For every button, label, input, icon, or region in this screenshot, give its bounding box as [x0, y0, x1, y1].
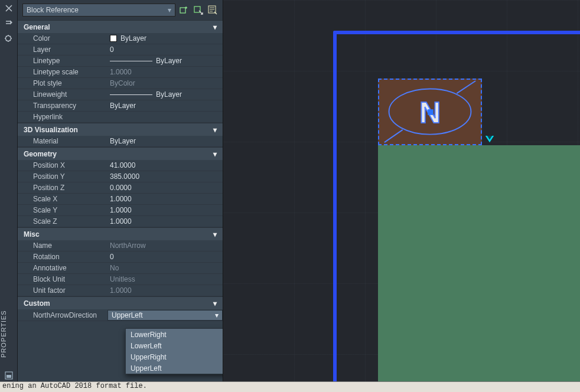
palette-title: PROPERTIES: [0, 299, 18, 370]
property-row-plotstyle: Plot style ByColor: [18, 78, 223, 89]
northarrow-block-instance[interactable]: N: [378, 79, 482, 145]
command-line[interactable]: ening an AutoCAD 2018 format file.: [0, 381, 580, 392]
chevron-down-icon: ▾: [213, 299, 217, 308]
property-row-block-unit: Block Unit Unitless: [18, 274, 223, 285]
dropdown-option-lowerleft[interactable]: LowerLeft: [126, 340, 223, 351]
chevron-down-icon: ▾: [168, 6, 171, 14]
autohide-pin-icon[interactable]: [4, 19, 14, 28]
section-header-custom[interactable]: Custom ▾: [18, 296, 223, 309]
property-row-layer[interactable]: Layer 0: [18, 44, 223, 55]
quick-select-icon[interactable]: [207, 5, 218, 15]
object-type-selector[interactable]: Block Reference ▾: [22, 4, 175, 17]
svg-rect-7: [6, 375, 11, 378]
palette-menu-icon[interactable]: [4, 34, 14, 44]
svg-line-2: [385, 130, 403, 142]
dropdown-option-lowerright[interactable]: LowerRight: [126, 329, 223, 340]
property-row-lineweight[interactable]: Lineweight ByLayer: [18, 89, 223, 100]
palette-titlebar[interactable]: PROPERTIES: [0, 0, 18, 381]
property-row-annotative: Annotative No: [18, 263, 223, 274]
chevron-down-icon: ▾: [213, 126, 217, 134]
property-row-northarrowdirection[interactable]: NorthArrowDirection UpperLeft ▾: [18, 309, 223, 321]
section-header-general[interactable]: General ▾: [18, 20, 223, 33]
chevron-down-icon: ▾: [213, 230, 217, 239]
palette-dock-icon[interactable]: [4, 371, 14, 380]
svg-rect-9: [194, 6, 200, 12]
svg-rect-4: [428, 109, 434, 115]
layout-paper-background: [378, 145, 580, 392]
toggle-pickadd-icon[interactable]: [179, 5, 190, 15]
property-row-scale-z[interactable]: Scale Z 1.0000: [18, 216, 223, 227]
dynamic-block-triangle-grip[interactable]: [485, 136, 494, 142]
properties-header: Block Reference ▾: [18, 0, 223, 20]
property-row-linetype[interactable]: Linetype ByLayer: [18, 55, 223, 67]
property-row-position-z[interactable]: Position Z 0.0000: [18, 182, 223, 194]
northarrowdirection-dropdown-list[interactable]: LowerRight LowerLeft UpperRight UpperLef…: [125, 328, 223, 374]
property-row-scale-y[interactable]: Scale Y 1.0000: [18, 205, 223, 216]
section-header-geometry[interactable]: Geometry ▾: [18, 147, 223, 160]
color-swatch-icon: [110, 35, 117, 42]
chevron-down-icon: ▾: [215, 311, 219, 319]
model-space-viewport[interactable]: N: [223, 0, 580, 381]
property-row-transparency[interactable]: Transparency ByLayer: [18, 100, 223, 112]
northarrowdirection-select[interactable]: UpperLeft ▾: [107, 310, 223, 321]
property-row-hyperlink[interactable]: Hyperlink: [18, 112, 223, 123]
svg-line-1: [457, 81, 475, 93]
property-row-unit-factor: Unit factor 1.0000: [18, 285, 223, 296]
property-row-color[interactable]: Color ByLayer: [18, 33, 223, 44]
object-type-label: Block Reference: [27, 6, 79, 14]
section-header-misc[interactable]: Misc ▾: [18, 227, 223, 240]
property-row-name: Name NorthArrow: [18, 240, 223, 251]
property-row-material[interactable]: Material ByLayer: [18, 136, 223, 147]
property-row-linetype-scale[interactable]: Linetype scale 1.0000: [18, 67, 223, 78]
dropdown-option-upperright[interactable]: UpperRight: [126, 351, 223, 362]
property-row-position-y[interactable]: Position Y 385.0000: [18, 171, 223, 182]
properties-palette: Block Reference ▾ General ▾ Color ByLaye…: [18, 0, 223, 381]
lineweight-sample-icon: [110, 94, 152, 95]
chevron-down-icon: ▾: [213, 23, 217, 31]
property-row-position-x[interactable]: Position X 41.0000: [18, 160, 223, 171]
chevron-down-icon: ▾: [213, 150, 217, 158]
dropdown-option-upperleft[interactable]: UpperLeft: [126, 362, 223, 374]
select-objects-icon[interactable]: [193, 5, 204, 15]
property-row-scale-x[interactable]: Scale X 1.0000: [18, 194, 223, 205]
property-row-rotation[interactable]: Rotation 0: [18, 251, 223, 263]
northarrow-graphic: N: [379, 80, 481, 144]
svg-rect-8: [180, 8, 185, 13]
linetype-sample-icon: [110, 61, 152, 61]
close-icon[interactable]: [4, 4, 14, 13]
section-header-3dviz[interactable]: 3D Visualization ▾: [18, 123, 223, 136]
